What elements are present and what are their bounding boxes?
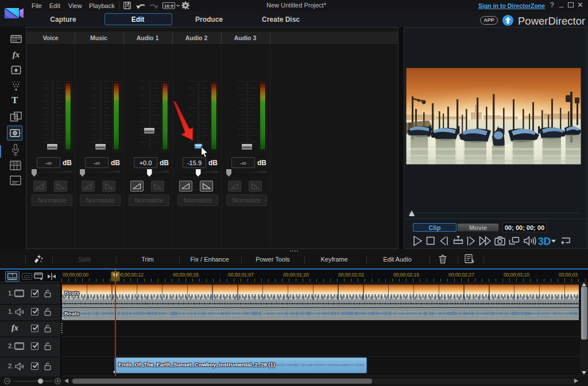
svg-text:3D: 3D — [538, 236, 551, 247]
svg-text:1: 1 — [11, 162, 13, 165]
svg-text:16:9: 16:9 — [164, 3, 174, 9]
svg-text:2: 2 — [14, 162, 16, 165]
svg-text:3: 3 — [18, 162, 20, 165]
svg-text:fx: fx — [13, 50, 20, 59]
